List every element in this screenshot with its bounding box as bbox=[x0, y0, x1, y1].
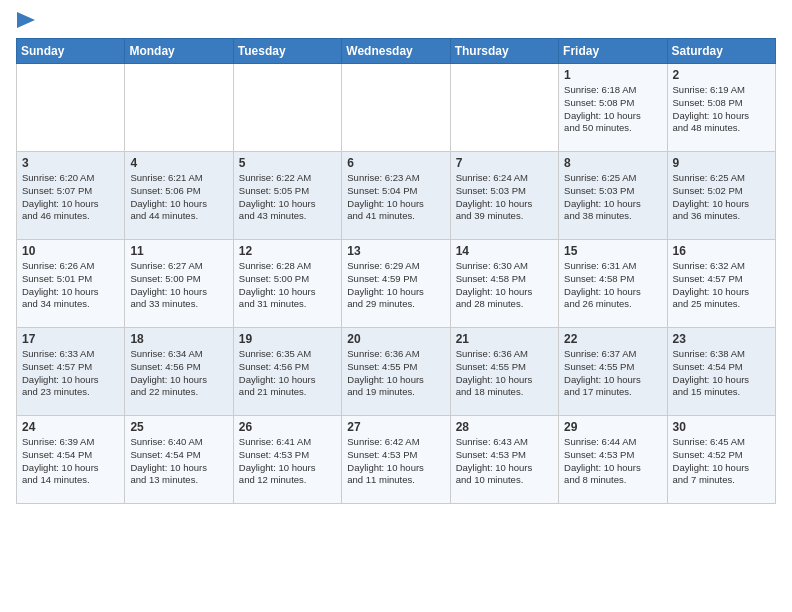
day-number: 23 bbox=[673, 332, 770, 346]
calendar-cell: 7Sunrise: 6:24 AM Sunset: 5:03 PM Daylig… bbox=[450, 152, 558, 240]
calendar-cell: 16Sunrise: 6:32 AM Sunset: 4:57 PM Dayli… bbox=[667, 240, 775, 328]
day-info: Sunrise: 6:41 AM Sunset: 4:53 PM Dayligh… bbox=[239, 436, 336, 487]
logo-arrow-icon bbox=[16, 10, 39, 30]
calendar-cell: 27Sunrise: 6:42 AM Sunset: 4:53 PM Dayli… bbox=[342, 416, 450, 504]
calendar-cell: 11Sunrise: 6:27 AM Sunset: 5:00 PM Dayli… bbox=[125, 240, 233, 328]
calendar-cell bbox=[342, 64, 450, 152]
day-number: 22 bbox=[564, 332, 661, 346]
calendar-week-row: 1Sunrise: 6:18 AM Sunset: 5:08 PM Daylig… bbox=[17, 64, 776, 152]
day-number: 16 bbox=[673, 244, 770, 258]
day-info: Sunrise: 6:42 AM Sunset: 4:53 PM Dayligh… bbox=[347, 436, 444, 487]
calendar-cell: 8Sunrise: 6:25 AM Sunset: 5:03 PM Daylig… bbox=[559, 152, 667, 240]
day-info: Sunrise: 6:22 AM Sunset: 5:05 PM Dayligh… bbox=[239, 172, 336, 223]
calendar-week-row: 3Sunrise: 6:20 AM Sunset: 5:07 PM Daylig… bbox=[17, 152, 776, 240]
day-number: 13 bbox=[347, 244, 444, 258]
svg-marker-0 bbox=[17, 12, 35, 28]
day-number: 15 bbox=[564, 244, 661, 258]
day-number: 14 bbox=[456, 244, 553, 258]
calendar-cell: 2Sunrise: 6:19 AM Sunset: 5:08 PM Daylig… bbox=[667, 64, 775, 152]
day-info: Sunrise: 6:34 AM Sunset: 4:56 PM Dayligh… bbox=[130, 348, 227, 399]
calendar-cell: 3Sunrise: 6:20 AM Sunset: 5:07 PM Daylig… bbox=[17, 152, 125, 240]
day-info: Sunrise: 6:30 AM Sunset: 4:58 PM Dayligh… bbox=[456, 260, 553, 311]
calendar-cell: 23Sunrise: 6:38 AM Sunset: 4:54 PM Dayli… bbox=[667, 328, 775, 416]
weekday-header-saturday: Saturday bbox=[667, 39, 775, 64]
day-info: Sunrise: 6:43 AM Sunset: 4:53 PM Dayligh… bbox=[456, 436, 553, 487]
calendar-cell: 26Sunrise: 6:41 AM Sunset: 4:53 PM Dayli… bbox=[233, 416, 341, 504]
day-number: 27 bbox=[347, 420, 444, 434]
weekday-header-thursday: Thursday bbox=[450, 39, 558, 64]
day-info: Sunrise: 6:44 AM Sunset: 4:53 PM Dayligh… bbox=[564, 436, 661, 487]
day-info: Sunrise: 6:39 AM Sunset: 4:54 PM Dayligh… bbox=[22, 436, 119, 487]
calendar-cell: 9Sunrise: 6:25 AM Sunset: 5:02 PM Daylig… bbox=[667, 152, 775, 240]
day-number: 25 bbox=[130, 420, 227, 434]
day-info: Sunrise: 6:35 AM Sunset: 4:56 PM Dayligh… bbox=[239, 348, 336, 399]
day-info: Sunrise: 6:37 AM Sunset: 4:55 PM Dayligh… bbox=[564, 348, 661, 399]
day-number: 5 bbox=[239, 156, 336, 170]
calendar-cell: 20Sunrise: 6:36 AM Sunset: 4:55 PM Dayli… bbox=[342, 328, 450, 416]
calendar-cell bbox=[17, 64, 125, 152]
weekday-header-monday: Monday bbox=[125, 39, 233, 64]
calendar-week-row: 24Sunrise: 6:39 AM Sunset: 4:54 PM Dayli… bbox=[17, 416, 776, 504]
day-info: Sunrise: 6:36 AM Sunset: 4:55 PM Dayligh… bbox=[347, 348, 444, 399]
calendar-cell: 18Sunrise: 6:34 AM Sunset: 4:56 PM Dayli… bbox=[125, 328, 233, 416]
calendar-cell: 12Sunrise: 6:28 AM Sunset: 5:00 PM Dayli… bbox=[233, 240, 341, 328]
calendar-cell: 21Sunrise: 6:36 AM Sunset: 4:55 PM Dayli… bbox=[450, 328, 558, 416]
day-number: 11 bbox=[130, 244, 227, 258]
calendar-cell: 15Sunrise: 6:31 AM Sunset: 4:58 PM Dayli… bbox=[559, 240, 667, 328]
day-info: Sunrise: 6:32 AM Sunset: 4:57 PM Dayligh… bbox=[673, 260, 770, 311]
header bbox=[16, 10, 776, 30]
calendar-week-row: 10Sunrise: 6:26 AM Sunset: 5:01 PM Dayli… bbox=[17, 240, 776, 328]
day-info: Sunrise: 6:27 AM Sunset: 5:00 PM Dayligh… bbox=[130, 260, 227, 311]
calendar-week-row: 17Sunrise: 6:33 AM Sunset: 4:57 PM Dayli… bbox=[17, 328, 776, 416]
calendar-cell: 30Sunrise: 6:45 AM Sunset: 4:52 PM Dayli… bbox=[667, 416, 775, 504]
calendar-cell: 10Sunrise: 6:26 AM Sunset: 5:01 PM Dayli… bbox=[17, 240, 125, 328]
calendar-cell: 22Sunrise: 6:37 AM Sunset: 4:55 PM Dayli… bbox=[559, 328, 667, 416]
day-info: Sunrise: 6:45 AM Sunset: 4:52 PM Dayligh… bbox=[673, 436, 770, 487]
day-number: 2 bbox=[673, 68, 770, 82]
calendar-header-row: SundayMondayTuesdayWednesdayThursdayFrid… bbox=[17, 39, 776, 64]
day-number: 19 bbox=[239, 332, 336, 346]
weekday-header-tuesday: Tuesday bbox=[233, 39, 341, 64]
day-number: 30 bbox=[673, 420, 770, 434]
day-info: Sunrise: 6:25 AM Sunset: 5:02 PM Dayligh… bbox=[673, 172, 770, 223]
day-info: Sunrise: 6:40 AM Sunset: 4:54 PM Dayligh… bbox=[130, 436, 227, 487]
day-number: 8 bbox=[564, 156, 661, 170]
day-number: 10 bbox=[22, 244, 119, 258]
day-info: Sunrise: 6:20 AM Sunset: 5:07 PM Dayligh… bbox=[22, 172, 119, 223]
day-number: 7 bbox=[456, 156, 553, 170]
calendar-cell: 4Sunrise: 6:21 AM Sunset: 5:06 PM Daylig… bbox=[125, 152, 233, 240]
day-info: Sunrise: 6:23 AM Sunset: 5:04 PM Dayligh… bbox=[347, 172, 444, 223]
day-number: 28 bbox=[456, 420, 553, 434]
weekday-header-sunday: Sunday bbox=[17, 39, 125, 64]
day-number: 9 bbox=[673, 156, 770, 170]
day-info: Sunrise: 6:26 AM Sunset: 5:01 PM Dayligh… bbox=[22, 260, 119, 311]
calendar-cell: 29Sunrise: 6:44 AM Sunset: 4:53 PM Dayli… bbox=[559, 416, 667, 504]
day-number: 20 bbox=[347, 332, 444, 346]
day-info: Sunrise: 6:25 AM Sunset: 5:03 PM Dayligh… bbox=[564, 172, 661, 223]
calendar-cell: 14Sunrise: 6:30 AM Sunset: 4:58 PM Dayli… bbox=[450, 240, 558, 328]
day-number: 1 bbox=[564, 68, 661, 82]
day-info: Sunrise: 6:31 AM Sunset: 4:58 PM Dayligh… bbox=[564, 260, 661, 311]
calendar-cell: 6Sunrise: 6:23 AM Sunset: 5:04 PM Daylig… bbox=[342, 152, 450, 240]
day-number: 3 bbox=[22, 156, 119, 170]
day-number: 4 bbox=[130, 156, 227, 170]
calendar-cell: 25Sunrise: 6:40 AM Sunset: 4:54 PM Dayli… bbox=[125, 416, 233, 504]
calendar-cell: 5Sunrise: 6:22 AM Sunset: 5:05 PM Daylig… bbox=[233, 152, 341, 240]
calendar-cell: 28Sunrise: 6:43 AM Sunset: 4:53 PM Dayli… bbox=[450, 416, 558, 504]
weekday-header-friday: Friday bbox=[559, 39, 667, 64]
day-info: Sunrise: 6:36 AM Sunset: 4:55 PM Dayligh… bbox=[456, 348, 553, 399]
day-number: 26 bbox=[239, 420, 336, 434]
calendar-table: SundayMondayTuesdayWednesdayThursdayFrid… bbox=[16, 38, 776, 504]
calendar-cell bbox=[450, 64, 558, 152]
day-info: Sunrise: 6:33 AM Sunset: 4:57 PM Dayligh… bbox=[22, 348, 119, 399]
day-info: Sunrise: 6:38 AM Sunset: 4:54 PM Dayligh… bbox=[673, 348, 770, 399]
day-info: Sunrise: 6:19 AM Sunset: 5:08 PM Dayligh… bbox=[673, 84, 770, 135]
calendar-cell: 13Sunrise: 6:29 AM Sunset: 4:59 PM Dayli… bbox=[342, 240, 450, 328]
day-info: Sunrise: 6:28 AM Sunset: 5:00 PM Dayligh… bbox=[239, 260, 336, 311]
day-info: Sunrise: 6:24 AM Sunset: 5:03 PM Dayligh… bbox=[456, 172, 553, 223]
day-number: 21 bbox=[456, 332, 553, 346]
calendar-cell bbox=[125, 64, 233, 152]
calendar-cell: 17Sunrise: 6:33 AM Sunset: 4:57 PM Dayli… bbox=[17, 328, 125, 416]
day-number: 6 bbox=[347, 156, 444, 170]
day-info: Sunrise: 6:21 AM Sunset: 5:06 PM Dayligh… bbox=[130, 172, 227, 223]
